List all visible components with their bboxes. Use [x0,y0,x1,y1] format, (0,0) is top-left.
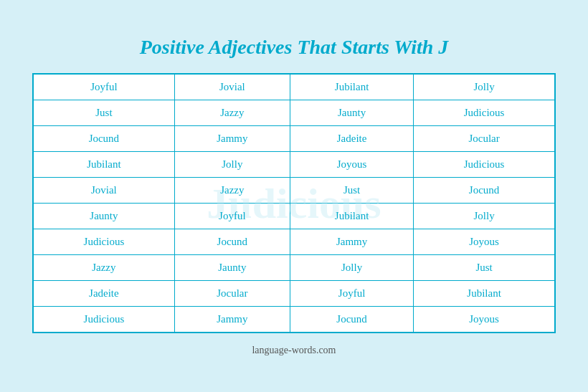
adjectives-table: JoyfulJovialJubilantJollyJustJazzyJaunty… [33,74,555,333]
table-cell: Jazzy [174,100,290,126]
table-row: JovialJazzyJustJocund [34,178,555,204]
table-cell: Joyful [290,281,413,307]
table-cell: Just [290,178,413,204]
table-row: JubilantJollyJoyousJudicious [34,152,555,178]
table-cell: Judicious [34,307,175,333]
table-cell: Jubilant [290,75,413,100]
table-cell: Jovial [174,75,290,100]
table-cell: Jocular [414,126,555,152]
table-cell: Just [414,255,555,281]
table-cell: Joyous [290,152,413,178]
page-title: Positive Adjectives That Starts With J [140,36,449,59]
table-cell: Just [34,100,175,126]
table-cell: Joyful [174,204,290,229]
table-cell: Jocund [290,307,413,333]
table-cell: Judicious [34,229,175,255]
table-cell: Jaunty [174,255,290,281]
table-row: JoyfulJovialJubilantJolly [34,75,555,100]
table-cell: Jolly [290,255,413,281]
table-cell: Jubilant [34,152,175,178]
table-cell: Jolly [414,75,555,100]
table-cell: Jubilant [290,204,413,229]
table-cell: Jaunty [290,100,413,126]
table-row: JudiciousJocundJammyJoyous [34,229,555,255]
table-row: JocundJammyJadeiteJocular [34,126,555,152]
table-cell: Joyous [414,307,555,333]
table-cell: Jocund [34,126,175,152]
table-cell: Jocund [414,178,555,204]
table-cell: Jammy [290,229,413,255]
table-cell: Jolly [174,152,290,178]
table-cell: Jammy [174,126,290,152]
table-wrapper: Judicious JoyfulJovialJubilantJollyJustJ… [32,73,556,333]
table-cell: Judicious [414,100,555,126]
footer-text: language-words.com [252,345,336,356]
table-cell: Jubilant [414,281,555,307]
table-cell: Jovial [34,178,175,204]
table-cell: Jadeite [290,126,413,152]
table-cell: Jammy [174,307,290,333]
table-cell: Jadeite [34,281,175,307]
table-cell: Joyous [414,229,555,255]
table-cell: Jolly [414,204,555,229]
table-row: JauntyJoyfulJubilantJolly [34,204,555,229]
table-row: JadeiteJocularJoyfulJubilant [34,281,555,307]
table-cell: Judicious [414,152,555,178]
table-row: JustJazzyJauntyJudicious [34,100,555,126]
table-cell: Jaunty [34,204,175,229]
table-cell: Jocund [174,229,290,255]
table-cell: Jocular [174,281,290,307]
table-cell: Jazzy [34,255,175,281]
table-row: JudiciousJammyJocundJoyous [34,307,555,333]
table-cell: Joyful [34,75,175,100]
table-row: JazzyJauntyJollyJust [34,255,555,281]
table-cell: Jazzy [174,178,290,204]
